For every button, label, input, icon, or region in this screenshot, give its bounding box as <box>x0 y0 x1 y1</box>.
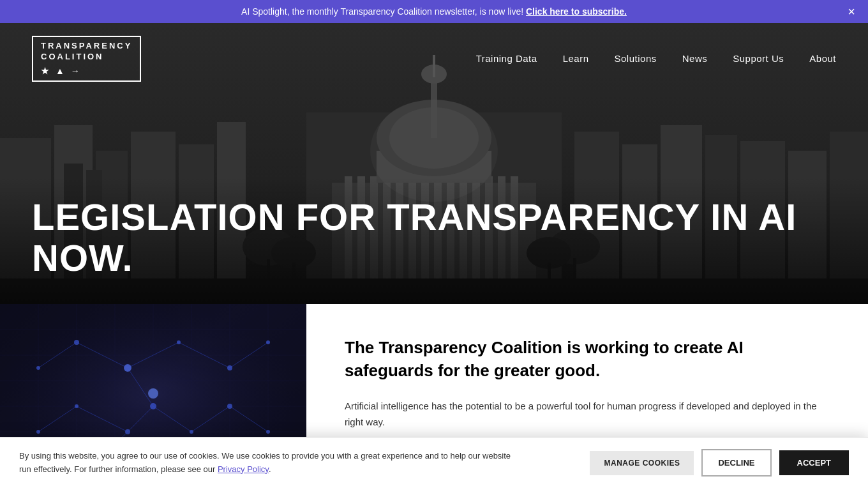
nav-item-solutions[interactable]: Solutions <box>615 53 657 64</box>
announcement-text: AI Spotlight, the monthly Transparency C… <box>241 6 627 17</box>
logo-main-text: TRANSPARENCY COALITION ★ ▲ → <box>41 41 132 77</box>
svg-point-79 <box>177 340 181 344</box>
decline-button[interactable]: DECLINE <box>701 449 771 477</box>
svg-point-81 <box>150 403 156 409</box>
manage-cookies-button[interactable]: MANAGE COOKIES <box>590 451 694 475</box>
close-banner-button[interactable]: × <box>848 5 855 18</box>
announcement-banner: AI Spotlight, the monthly Transparency C… <box>0 0 868 23</box>
cookie-buttons: MANAGE COOKIES DECLINE ACCEPT <box>590 449 849 477</box>
svg-point-77 <box>74 340 79 345</box>
nav-item-training-data[interactable]: Training Data <box>476 53 537 64</box>
hero-text-overlay: LEGISLATION FOR TRANSPARENCY IN AI NOW. <box>0 178 868 304</box>
svg-point-80 <box>227 365 232 370</box>
svg-point-92 <box>148 388 158 399</box>
content-body: Artificial intelligence has the potentia… <box>345 398 830 431</box>
svg-point-84 <box>75 404 79 408</box>
svg-point-87 <box>36 430 40 434</box>
svg-point-82 <box>190 430 193 434</box>
privacy-policy-link[interactable]: Privacy Policy <box>218 464 269 474</box>
navigation: Training Data Learn Solutions News Suppo… <box>476 53 836 64</box>
nav-item-learn[interactable]: Learn <box>563 53 589 64</box>
announcement-link[interactable]: Click here to subscribe. <box>526 6 627 17</box>
svg-point-83 <box>227 404 232 409</box>
svg-point-86 <box>36 366 40 370</box>
svg-point-93 <box>124 364 131 372</box>
header: TRANSPARENCY COALITION ★ ▲ → Training Da… <box>0 23 868 95</box>
nav-item-news[interactable]: News <box>682 53 708 64</box>
nav-item-about[interactable]: About <box>809 53 836 64</box>
svg-point-85 <box>125 429 130 434</box>
logo-icons: ★ ▲ → <box>41 65 82 77</box>
accept-button[interactable]: ACCEPT <box>779 450 849 475</box>
svg-point-88 <box>266 340 270 344</box>
cookie-banner: By using this website, you agree to our … <box>0 437 868 488</box>
svg-point-89 <box>266 430 270 434</box>
logo-line2: COALITION <box>41 52 132 63</box>
logo-block: TRANSPARENCY COALITION ★ ▲ → <box>32 36 141 82</box>
cookie-text: By using this website, you agree to our … <box>19 450 517 477</box>
hero-title: LEGISLATION FOR TRANSPARENCY IN AI NOW. <box>32 197 836 278</box>
logo: TRANSPARENCY COALITION ★ ▲ → <box>32 36 141 82</box>
nav-item-support-us[interactable]: Support Us <box>733 53 784 64</box>
logo-line1: TRANSPARENCY <box>41 41 132 52</box>
logo-sub-row: ★ ▲ → <box>41 65 132 77</box>
content-heading: The Transparency Coalition is working to… <box>345 336 830 383</box>
